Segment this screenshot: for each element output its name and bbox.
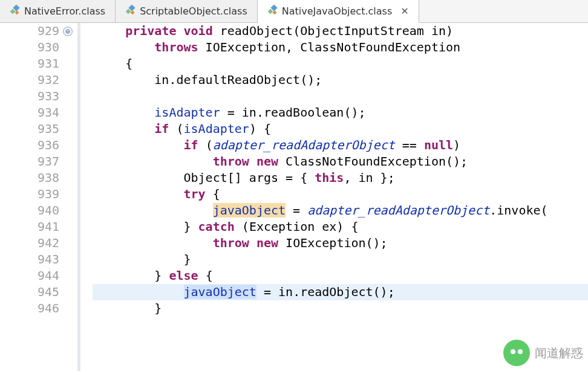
line-number: 943 [0,251,77,268]
code-line: Object[] args = { this, in }; [93,170,588,186]
svg-rect-4 [126,8,131,13]
line-number-gutter: 929⊖930931932933934935936937938939940941… [0,23,77,371]
code-line: } [93,251,588,268]
code-line: in.defaultReadObject(); [93,72,588,88]
code-area[interactable]: private void readObject(ObjectInputStrea… [93,23,588,371]
line-number: 938 [0,170,77,186]
code-line: if (isAdapter) { [93,121,588,137]
code-line: } [93,300,588,317]
line-number: 931 [0,56,77,72]
code-line: isAdapter = in.readBoolean(); [93,105,588,121]
line-number: 933 [0,88,77,105]
tab-scriptable-object[interactable]: ScriptableObject.class [116,0,258,22]
gutter-margin [80,23,93,371]
code-editor[interactable]: 929⊖930931932933934935936937938939940941… [0,23,588,371]
line-number: 929⊖ [0,23,77,39]
line-number: 932 [0,72,77,88]
tab-label: NativeError.class [24,5,105,17]
line-number: 945 [0,284,77,300]
tab-native-java-object[interactable]: NativeJavaObject.class ✕ [258,0,419,23]
fold-toggle-icon[interactable]: ⊖ [63,27,73,36]
svg-rect-5 [131,10,135,15]
line-number: 941 [0,219,77,235]
code-line [93,88,588,105]
line-number: 940 [0,202,77,219]
svg-rect-8 [272,10,276,15]
code-line: private void readObject(ObjectInputStrea… [93,23,588,39]
code-line: javaObject = in.readObject(); [93,284,588,300]
svg-rect-2 [15,10,19,15]
tab-native-error[interactable]: NativeError.class [0,0,116,22]
code-line: } catch (Exception ex) { [93,219,588,235]
code-line: throw new IOException(); [93,235,588,251]
class-file-icon [125,5,136,18]
line-number: 930 [0,39,77,56]
class-file-icon [10,5,21,18]
code-line: } else { [93,268,588,284]
line-number: 934 [0,105,77,121]
code-line: throw new ClassNotFoundException(); [93,153,588,170]
class-file-icon [267,5,278,18]
line-number: 939 [0,186,77,202]
tab-label: NativeJavaObject.class [282,5,393,17]
line-number: 942 [0,235,77,251]
line-number: 935 [0,121,77,137]
line-number: 944 [0,268,77,284]
code-line: javaObject = adapter_readAdapterObject.i… [93,202,588,219]
code-line: throws IOException, ClassNotFoundExcepti… [93,39,588,56]
code-line: { [93,56,588,72]
svg-rect-1 [10,8,15,13]
tab-label: ScriptableObject.class [140,5,247,17]
code-line: if (adapter_readAdapterObject == null) [93,137,588,153]
line-number: 936 [0,137,77,153]
close-icon[interactable]: ✕ [400,5,408,17]
svg-rect-7 [267,8,272,13]
editor-tabs: NativeError.class ScriptableObject.class… [0,0,588,23]
code-line: try { [93,186,588,202]
line-number: 937 [0,153,77,170]
line-number: 946 [0,300,77,317]
